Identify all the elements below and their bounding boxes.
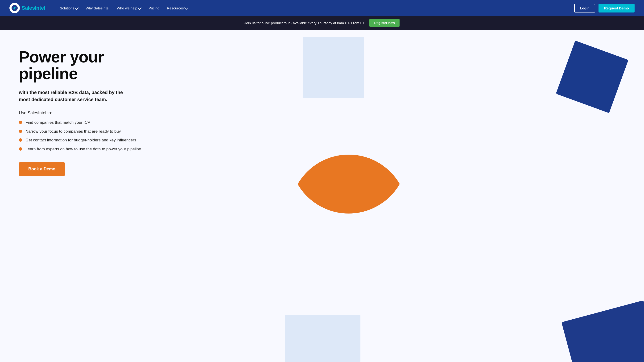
hero-title: Power your pipeline — [19, 48, 141, 82]
nav-actions: Login Request Demo — [574, 4, 634, 12]
hero-content: Power your pipeline with the most reliab… — [19, 44, 141, 176]
nav-item-who-we-help[interactable]: Who we help — [114, 4, 144, 12]
banner-text: Join us for a live product tour - availa… — [244, 21, 365, 25]
chevron-down-icon — [75, 6, 79, 10]
list-item: Get contact information for budget-holde… — [19, 138, 141, 143]
book-demo-button[interactable]: Book a Demo — [19, 162, 65, 176]
bullet-icon — [19, 130, 22, 133]
decorative-lightblue-rect — [303, 37, 364, 98]
request-demo-button[interactable]: Request Demo — [598, 4, 634, 12]
decorative-orange-semicircle — [290, 96, 408, 214]
list-item: Learn from experts on how to use the dat… — [19, 146, 141, 152]
nav-links: Solutions Why SalesIntel Who we help Pri… — [56, 4, 574, 12]
nav-item-resources[interactable]: Resources — [164, 4, 191, 12]
nav-item-pricing[interactable]: Pricing — [145, 4, 163, 12]
login-button[interactable]: Login — [574, 4, 595, 12]
nav-item-why[interactable]: Why SalesIntel — [82, 4, 112, 12]
list-item: Find companies that match your ICP — [19, 120, 141, 126]
decorative-lightblue-rect-2 — [285, 315, 360, 362]
hero-feature-list: Find companies that match your ICP Narro… — [19, 120, 141, 152]
nav-item-solutions[interactable]: Solutions — [56, 4, 82, 12]
bullet-icon — [19, 138, 22, 142]
logo-icon — [10, 3, 20, 13]
announcement-banner: Join us for a live product tour - availa… — [0, 16, 644, 30]
hero-section: Power your pipeline with the most reliab… — [0, 30, 644, 362]
bullet-icon — [19, 121, 22, 124]
decorative-navy-parallelogram — [562, 300, 644, 362]
chevron-down-icon — [184, 6, 188, 10]
chevron-down-icon — [138, 6, 142, 10]
hero-use-label: Use SalesIntel to: — [19, 110, 141, 116]
hero-graphics — [290, 30, 644, 362]
logo-link[interactable]: SalesIntel — [10, 3, 45, 13]
decorative-navy-square — [556, 40, 628, 113]
bullet-icon — [19, 147, 22, 150]
hero-subtitle: with the most reliable B2B data, backed … — [19, 89, 132, 103]
register-now-button[interactable]: Register now — [370, 19, 400, 27]
navbar: SalesIntel Solutions Why SalesIntel Who … — [0, 0, 644, 16]
logo-text: SalesIntel — [22, 5, 45, 11]
list-item: Narrow your focus to companies that are … — [19, 129, 141, 134]
